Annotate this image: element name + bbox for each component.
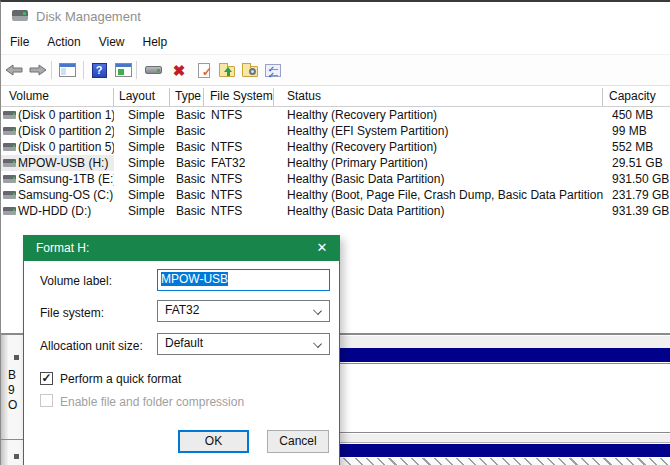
magnifier-icon	[249, 68, 256, 75]
menu-item-file[interactable]: File	[1, 30, 38, 55]
help-icon: ?	[92, 63, 107, 78]
back-button[interactable]	[2, 58, 26, 82]
cell-status: Healthy (Basic Data Partition)	[287, 172, 603, 186]
forward-button[interactable]	[26, 58, 50, 82]
cell-capacity: 231.79 GB	[612, 188, 669, 202]
cell-file-system: NTFS	[211, 108, 242, 122]
column-divider[interactable]	[273, 88, 274, 106]
cell-status: Healthy (Boot, Page File, Crash Dump, Ba…	[287, 188, 603, 202]
table-row-selected[interactable]: MPOW-USB (H:) Simple Basic FAT32 Healthy…	[1, 155, 670, 171]
open-icon	[219, 66, 235, 77]
toolbar-separator	[136, 61, 137, 79]
cell-status: Healthy (EFI System Partition)	[287, 124, 603, 138]
toolbar-separator	[83, 61, 84, 79]
chevron-down-icon	[313, 306, 322, 315]
console-tree-button[interactable]	[55, 58, 79, 82]
mark-active-button[interactable]: ✓	[192, 58, 216, 82]
allocation-unit-label: Allocation unit size:	[40, 339, 143, 353]
table-row[interactable]: (Disk 0 partition 2) Simple Basic Health…	[1, 123, 670, 139]
cell-volume: Samsung-1TB (E:)	[18, 172, 114, 186]
cell-status: Healthy (Recovery Partition)	[287, 108, 603, 122]
table-row[interactable]: Samsung-OS (C:) Simple Basic NTFS Health…	[1, 187, 670, 203]
column-divider[interactable]	[169, 88, 170, 106]
disk-icon	[3, 191, 16, 199]
cell-type: Basic	[176, 108, 205, 122]
action-pane-icon	[115, 63, 132, 77]
allocation-unit-select[interactable]: Default	[157, 333, 330, 355]
delete-volume-button[interactable]: ✖	[167, 58, 191, 82]
cell-type: Basic	[176, 188, 205, 202]
column-divider[interactable]	[203, 88, 204, 106]
window-title: Disk Management	[36, 9, 141, 24]
volume-label-field[interactable]: MPOW-USB	[157, 269, 330, 291]
column-header-type[interactable]: Type	[175, 89, 201, 103]
menu-item-action[interactable]: Action	[38, 30, 89, 55]
checklist-button[interactable]: ✓✓	[261, 58, 285, 82]
column-header-volume[interactable]: Volume	[9, 89, 49, 103]
cell-file-system: NTFS	[211, 204, 242, 218]
cell-volume: (Disk 0 partition 2)	[18, 124, 114, 138]
table-row[interactable]: WD-HDD (D:) Simple Basic NTFS Healthy (B…	[1, 203, 670, 219]
allocation-unit-value: Default	[165, 336, 203, 350]
cell-layout: Simple	[128, 156, 165, 170]
explore-icon	[242, 66, 258, 77]
cancel-button[interactable]: Cancel	[267, 430, 329, 453]
cell-volume: (Disk 0 partition 1)	[18, 108, 114, 122]
remote-control-button[interactable]	[141, 58, 165, 82]
file-system-select[interactable]: FAT32	[157, 300, 330, 322]
cell-capacity: 931.50 GB	[612, 172, 669, 186]
column-divider[interactable]	[113, 88, 114, 106]
compression-label: Enable file and folder compression	[60, 395, 244, 409]
menu-item-help[interactable]: Help	[134, 30, 177, 55]
cell-capacity: 29.51 GB	[612, 156, 663, 170]
mark-active-icon: ✓	[198, 63, 210, 78]
cell-capacity: 931.39 GB	[612, 204, 669, 218]
close-button[interactable]: ✕	[305, 236, 339, 261]
cell-file-system: FAT32	[211, 156, 245, 170]
menu-item-view[interactable]: View	[90, 30, 134, 55]
cell-type: Basic	[176, 156, 205, 170]
open-button[interactable]	[215, 58, 239, 82]
disk-label-panel-fragment: B 9 O	[1, 335, 23, 465]
disk-icon	[3, 175, 16, 183]
format-dialog: Format H: ✕ Volume label: MPOW-USB File …	[23, 235, 340, 465]
explore-button[interactable]	[238, 58, 262, 82]
cell-file-system: NTFS	[211, 188, 242, 202]
column-header-layout[interactable]: Layout	[119, 89, 155, 103]
cell-type: Basic	[176, 204, 205, 218]
disk-icon	[3, 127, 16, 135]
volume-label-value: MPOW-USB	[161, 272, 228, 286]
column-header-file-system[interactable]: File System	[210, 89, 273, 103]
table-row[interactable]: Samsung-1TB (E:) Simple Basic NTFS Healt…	[1, 171, 670, 187]
cell-status: Healthy (Basic Data Partition)	[287, 204, 603, 218]
table-row[interactable]: (Disk 0 partition 5) Simple Basic NTFS H…	[1, 139, 670, 155]
quick-format-label: Perform a quick format	[60, 372, 181, 386]
back-icon	[5, 64, 23, 76]
cell-volume: MPOW-USB (H:)	[18, 156, 114, 170]
help-button[interactable]: ?	[87, 58, 111, 82]
delete-volume-icon: ✖	[173, 63, 186, 78]
disk-drive-icon	[12, 10, 28, 21]
divider-line-fragment	[1, 439, 23, 440]
dialog-title-bar[interactable]: Format H: ✕	[24, 236, 339, 261]
up-arrow-icon	[224, 67, 232, 72]
menu-bar: File Action View Help	[1, 30, 670, 55]
action-pane-button[interactable]	[111, 58, 135, 82]
compression-checkbox	[40, 394, 53, 407]
column-header-capacity[interactable]: Capacity	[609, 89, 656, 103]
cell-layout: Simple	[128, 188, 165, 202]
disk-label-fragment	[14, 454, 19, 459]
disk-label-letter: O	[8, 398, 17, 412]
toolbar-separator	[51, 61, 52, 79]
table-row[interactable]: (Disk 0 partition 1) Simple Basic NTFS H…	[1, 107, 670, 123]
column-header-status[interactable]: Status	[287, 89, 321, 103]
volume-list-header: Volume Layout Type File System Status Ca…	[1, 87, 670, 107]
cell-type: Basic	[176, 140, 205, 154]
ok-button[interactable]: OK	[178, 430, 249, 453]
chevron-down-icon	[313, 339, 322, 348]
cell-status: Healthy (Recovery Partition)	[287, 140, 603, 154]
quick-format-checkbox[interactable]: ✓	[40, 372, 53, 385]
cell-layout: Simple	[128, 140, 165, 154]
cell-capacity: 99 MB	[612, 124, 647, 138]
column-divider[interactable]	[602, 88, 603, 106]
